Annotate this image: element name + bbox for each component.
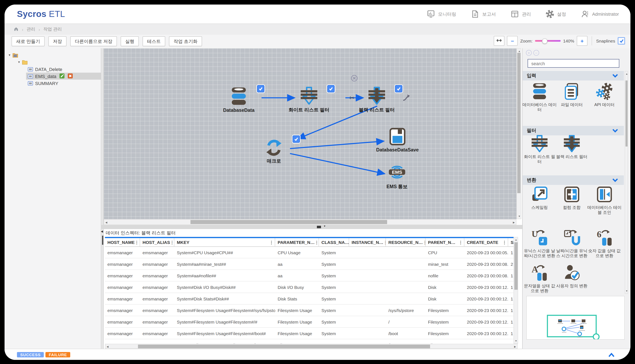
tree-item-summary[interactable]: SUMMARY: [26, 80, 101, 87]
delete-edge-button[interactable]: [351, 75, 358, 83]
column-menu-icon[interactable]: ⋮: [135, 240, 139, 244]
fit-width-button[interactable]: [494, 36, 505, 46]
zoom-slider[interactable]: [535, 40, 561, 42]
canvas-vscrollbar[interactable]: ▲ ▼: [516, 48, 521, 219]
table-row[interactable]: emsmanageremsmanagerSystem#Filesystem Us…: [105, 304, 518, 316]
table-row[interactable]: emsmanageremsmanagerSystem#Disk I/O Busy…: [105, 282, 518, 293]
scroll-thumb[interactable]: [190, 220, 387, 224]
zoom-out-circle-button[interactable]: −: [533, 50, 539, 56]
scroll-up-icon[interactable]: ▲: [518, 50, 521, 52]
zoom-slider-knob[interactable]: [542, 38, 548, 44]
snaplines-checkbox[interactable]: [618, 37, 625, 44]
delete-badge-icon[interactable]: [68, 73, 73, 79]
scroll-up-icon[interactable]: ▲: [625, 73, 628, 75]
test-button[interactable]: 테스트: [143, 36, 165, 46]
node-enabled-checkbox[interactable]: [395, 85, 402, 92]
column-menu-icon[interactable]: ⋮: [269, 240, 273, 244]
palette-item-database-data[interactable]: 데이터베이스 데이터: [522, 82, 557, 112]
tree-group-ems[interactable]: ▾: [18, 58, 30, 66]
column-header-8[interactable]: CREATE_DATE⋮: [464, 238, 508, 246]
palette-item-string-to-state[interactable]: A문자열을 상태 값으로 변환: [522, 264, 557, 293]
zoom-out-button[interactable]: −: [507, 36, 518, 46]
home-icon[interactable]: [14, 26, 19, 32]
table-row[interactable]: emsmanageremsmanagerSystem#aa#nofile##aa…: [105, 270, 518, 282]
horizontal-splitter[interactable]: ▾: [101, 225, 522, 229]
node-macro[interactable]: 매크로: [247, 139, 301, 164]
scroll-left-icon[interactable]: ◀: [107, 346, 108, 348]
nav-item-monitoring[interactable]: 모니터링: [427, 10, 456, 18]
table-row[interactable]: emsmanageremsmanagerSystem#Disk Stats#Di…: [105, 293, 518, 304]
palette-item-api-data[interactable]: API 데이터: [587, 82, 622, 107]
palette-item-table-join[interactable]: 데이터베이스 테이블 조인: [587, 185, 622, 214]
vertical-splitter[interactable]: ◀: [101, 48, 104, 349]
collapse-panel-button[interactable]: [608, 352, 615, 359]
scroll-right-icon[interactable]: ▶: [513, 221, 515, 224]
edit-badge-icon[interactable]: [60, 73, 65, 79]
zoom-in-button[interactable]: +: [577, 36, 587, 46]
palette-item-custom-transform[interactable]: 사용자 정의 변환: [554, 264, 589, 288]
save-as-button[interactable]: 다른이름으로 저장: [70, 36, 117, 46]
scroll-thumb[interactable]: [514, 242, 518, 290]
zoom-in-circle-button[interactable]: +: [526, 50, 532, 56]
palette-section-0[interactable]: 입력: [523, 71, 624, 80]
column-menu-icon[interactable]: ⋮: [423, 240, 426, 244]
node-database-data-save[interactable]: DatabaseDataSave: [371, 127, 424, 152]
nav-item-manage[interactable]: 관리: [511, 10, 531, 18]
column-header-4[interactable]: CLASS_NA…⋮: [319, 238, 349, 246]
inspector-hscrollbar[interactable]: ◀ ▶: [105, 344, 518, 349]
palette-item-scaling[interactable]: 스케일링: [522, 185, 557, 210]
palette-item-column-combine[interactable]: 컬럼 조합: [554, 185, 589, 210]
node-enabled-checkbox[interactable]: [327, 85, 335, 92]
scroll-right-icon[interactable]: ▶: [514, 346, 516, 348]
table-row[interactable]: emsmanageremsmanagerSystem#Filesystem Us…: [105, 316, 518, 328]
chevron-down-icon[interactable]: ▾: [18, 60, 20, 64]
palette-item-whitelist-filter[interactable]: 화이트 리스트 필터: [522, 134, 557, 164]
scroll-thumb[interactable]: [625, 80, 627, 146]
tree-root[interactable]: ▾: [9, 52, 20, 58]
column-menu-icon[interactable]: ⋮: [170, 240, 174, 244]
table-row[interactable]: emsmanageremsmanagerSystem#CPU Usage#CPU…: [105, 247, 518, 258]
column-header-5[interactable]: INSTANCE_N…⋮: [349, 238, 386, 246]
inspector-vscrollbar[interactable]: ▲ ▼: [514, 237, 518, 344]
column-menu-icon[interactable]: ⋮: [502, 240, 506, 244]
tree-item-ems-data[interactable]: EMS_data: [26, 73, 101, 80]
scroll-up-icon[interactable]: ▲: [515, 238, 517, 241]
scroll-thumb[interactable]: [517, 53, 521, 193]
canvas-hscrollbar[interactable]: ◀ ▶: [104, 219, 516, 225]
table-row[interactable]: emsmanageremsmanagerSystem#Filesystem Us…: [105, 339, 518, 344]
chevron-down-icon[interactable]: [612, 178, 618, 182]
node-enabled-checkbox[interactable]: [257, 85, 264, 92]
minimap[interactable]: [526, 296, 625, 340]
new-button[interactable]: 새로 만들기: [12, 36, 45, 46]
palette-scrollbar[interactable]: ▲ ▼: [625, 71, 628, 294]
palette-item-unix-to-datetime[interactable]: U유닉스 시간을 날짜/시간으로 변환: [522, 229, 557, 258]
column-header-0[interactable]: HOST_NAME⋮: [105, 238, 140, 246]
palette-item-blacklist-filter[interactable]: 블랙 리스트 필터: [554, 134, 589, 159]
palette-item-number-to-state[interactable]: 6숫자 값을 상태 값으로 변환: [587, 229, 622, 258]
palette-section-2[interactable]: 변환: [523, 176, 624, 185]
save-button[interactable]: 저장: [48, 36, 67, 46]
column-header-7[interactable]: PARENT_N…⋮: [426, 238, 464, 246]
palette-search-input[interactable]: [528, 59, 619, 68]
chevron-down-icon[interactable]: [612, 74, 618, 78]
column-header-2[interactable]: MKEY⋮: [174, 238, 275, 246]
node-ems-notify[interactable]: EMSEMS 통보: [370, 162, 424, 190]
nav-item-reports[interactable]: 보고서: [471, 10, 496, 18]
splitter-handle[interactable]: [317, 226, 321, 228]
table-row[interactable]: emsmanageremsmanagerSystem#aa#mirae_test…: [105, 258, 518, 270]
palette-section-1[interactable]: 필터: [523, 126, 624, 135]
palette-item-datetime-to-unix[interactable]: 날짜/시간을 유닉스 시간으로 변환: [554, 229, 589, 258]
run-button[interactable]: 실행: [121, 36, 139, 46]
palette-item-file-data[interactable]: 파일 데이터: [554, 82, 589, 107]
scroll-down-icon[interactable]: ▼: [625, 290, 628, 292]
column-menu-icon[interactable]: ⋮: [314, 240, 319, 244]
table-row[interactable]: emsmanageremsmanagerSystem#Filesystem Us…: [105, 328, 518, 339]
column-header-6[interactable]: RESOURCE_N…⋮: [386, 238, 426, 246]
column-header-3[interactable]: PARAMETER_N…⋮: [275, 238, 319, 246]
tree-item-data-delete[interactable]: DATA_Delete: [26, 66, 101, 73]
column-header-1[interactable]: HOST_ALIAS⋮: [140, 238, 174, 246]
breadcrumb-item-job-manage[interactable]: 작업 관리: [43, 26, 62, 32]
chevron-down-icon[interactable]: [612, 129, 618, 132]
reset-job-button[interactable]: 작업 초기화: [169, 36, 202, 46]
scroll-left-icon[interactable]: ◀: [105, 221, 107, 224]
